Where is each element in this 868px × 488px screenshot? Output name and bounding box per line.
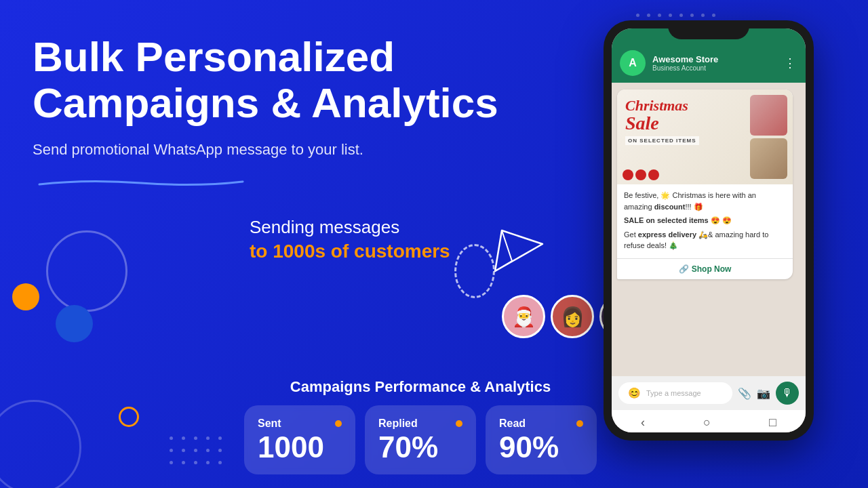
stat-value-read: 90% [499,432,583,462]
xmas-text: Christmas Sale ON SELECTED ITEMS [625,98,699,145]
xmas-title-line2: Sale [625,114,699,133]
avatar-2: 👩 [551,295,594,338]
photo-2 [750,138,787,179]
wa-info: Awesome Store Business Account [652,54,777,72]
xmas-title-line1: Christmas [625,98,699,114]
dashed-circle-decoration [454,244,495,298]
nav-home-icon[interactable]: ○ [703,415,711,430]
paperclip-icon[interactable]: 📎 [738,387,751,400]
wa-menu-dots[interactable]: ⋮ [784,56,797,70]
shop-now-icon: 🔗 [679,264,689,274]
emoji-icon: 😊 [628,387,641,399]
wa-input-field[interactable]: 😊 Type a message [618,382,732,404]
stat-card-read: Read 90% [486,405,597,474]
stat-dot-sent [335,420,342,427]
phone-screen: A Awesome Store Business Account ⋮ Chris… [612,28,806,432]
hero-content: Bulk Personalized Campaigns & Analytics … [33,34,507,279]
wa-bubble-text: Be festive, 🌟 Christmas is here with an … [617,184,793,258]
subtitle-wrapper: Send promotional WhatsApp message to you… [33,141,363,183]
xmas-ball-red2 [635,169,646,180]
deco-circle-outline-bottom [0,400,81,488]
stat-label-replied: Replied [378,418,418,430]
phone-notch [668,20,749,39]
svg-line-2 [495,261,512,271]
stat-dot-read [576,420,583,427]
shop-now-label: Shop Now [692,264,732,274]
stat-value-sent: 1000 [258,432,342,462]
xmas-on-selected: ON SELECTED ITEMS [625,136,699,145]
xmas-photo-collage [750,95,787,179]
analytics-title: Campaigns Performance & Analytics [244,378,597,396]
camera-icon[interactable]: 📷 [757,387,770,400]
stat-dot-replied [456,420,462,427]
wa-message-image: Christmas Sale ON SELECTED ITEMS [617,89,793,184]
wa-input-bar: 😊 Type a message 📎 📷 🎙 [612,376,806,410]
paper-plane-decoration [488,217,549,281]
stats-row: Sent 1000 Replied 70% Read 90% [244,405,597,474]
stat-value-replied: 70% [378,432,462,462]
stat-label-sent: Sent [258,418,281,430]
nav-recent-icon[interactable]: □ [769,415,776,430]
hero-title: Bulk Personalized Campaigns & Analytics [33,34,507,126]
svg-marker-0 [495,230,542,271]
deco-dots-bottom [170,436,225,468]
xmas-ball-red3 [648,169,659,180]
shop-now-button[interactable]: 🔗 Shop Now [617,258,793,279]
wa-message-bubble: Christmas Sale ON SELECTED ITEMS [617,89,793,279]
deco-circle-small-orange [119,407,139,427]
phone-mockup: A Awesome Store Business Account ⋮ Chris… [604,20,814,441]
wa-msg-line2: SALE on selected items 😍 😍 [624,215,786,226]
mic-button[interactable]: 🎙 [776,382,799,405]
wa-attachment-icons: 📎 📷 [738,387,770,400]
stat-card-sent: Sent 1000 [244,405,355,474]
phone-frame: A Awesome Store Business Account ⋮ Chris… [604,20,814,441]
wa-business-type: Business Account [652,64,777,72]
wa-msg-line1: Be festive, 🌟 Christmas is here with an … [624,190,786,212]
avatar-1: 🎅 [502,295,545,338]
deco-circle-blue [56,305,93,342]
underline-decoration [33,178,250,188]
wa-msg-line3: Get express delivery 🛵& amazing hard to … [624,229,786,251]
hero-subtitle: Send promotional WhatsApp message to you… [33,141,363,159]
svg-line-1 [502,230,512,261]
wa-business-name: Awesome Store [652,54,777,64]
stat-card-replied: Replied 70% [365,405,476,474]
wa-avatar: A [620,50,646,76]
photo-1 [750,95,787,136]
sending-text-static: Sending messages [250,217,507,238]
background: Bulk Personalized Campaigns & Analytics … [0,0,868,488]
wa-placeholder-text: Type a message [646,389,723,397]
nav-back-icon[interactable]: ‹ [641,415,645,430]
stat-label-read: Read [499,418,526,430]
wa-chat-area: Christmas Sale ON SELECTED ITEMS [612,83,806,376]
analytics-section: Campaigns Performance & Analytics Sent 1… [244,378,597,474]
xmas-ball-red [623,169,633,180]
deco-circle-orange [12,283,39,310]
wa-nav-bar: ‹ ○ □ [612,410,806,432]
